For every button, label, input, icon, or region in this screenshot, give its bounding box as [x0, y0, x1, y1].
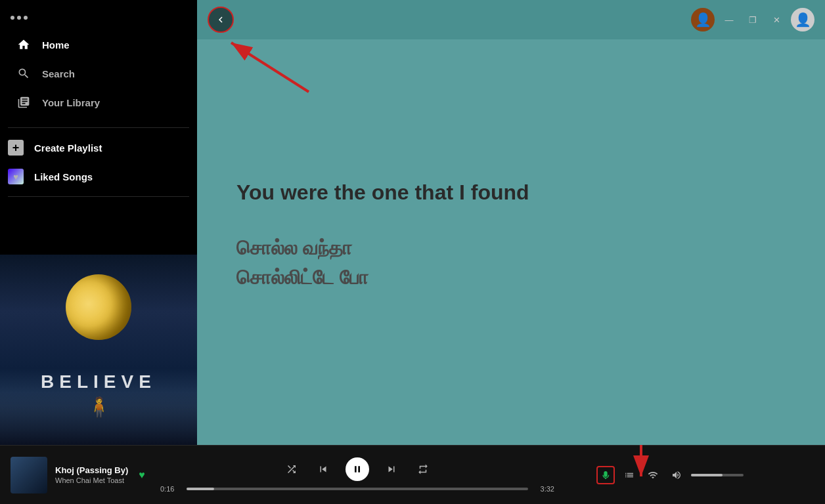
search-icon: [16, 66, 32, 81]
minimize-button[interactable]: —: [720, 10, 738, 29]
track-text: Khoj (Passing By) When Chai Met Toast: [55, 465, 128, 484]
sidebar: Home Search Your Library: [0, 0, 197, 445]
volume-fill: [691, 474, 723, 476]
heart-icon: ♥: [8, 169, 24, 184]
progress-bar[interactable]: [187, 488, 528, 490]
plus-icon: +: [8, 140, 24, 156]
sidebar-divider-2: [8, 196, 189, 197]
close-button[interactable]: ✕: [767, 10, 786, 29]
track-name: Khoj (Passing By): [55, 465, 128, 475]
liked-songs-button[interactable]: ♥ Liked Songs: [0, 162, 197, 191]
back-button[interactable]: [208, 7, 234, 33]
prev-button[interactable]: [314, 460, 332, 478]
library-label: Your Library: [42, 97, 100, 108]
sidebar-item-home[interactable]: Home: [8, 30, 189, 59]
top-bar: 👤 — ❐ ✕ 👤: [197, 0, 825, 39]
maximize-button[interactable]: ❐: [744, 10, 762, 29]
album-title: BELIEVE: [41, 371, 156, 392]
progress-fill: [187, 488, 214, 490]
window-dots: [8, 10, 189, 30]
heart-button[interactable]: ♥: [139, 469, 145, 481]
lyric-line-1: You were the one that I found: [236, 179, 786, 207]
user-avatar[interactable]: 👤: [691, 8, 715, 32]
lyrics-area: You were the one that I found சொல்ல வந்த…: [197, 0, 825, 445]
lyric-line-2: சொல்ல வந்தா சொல்லிட்டே போ: [236, 233, 786, 292]
create-playlist-button[interactable]: + Create Playlist: [0, 133, 197, 162]
time-current: 0:16: [160, 485, 180, 493]
sidebar-item-search[interactable]: Search: [8, 59, 189, 88]
track-thumbnail: [11, 457, 47, 494]
sidebar-album: BELIEVE 🧍: [0, 255, 197, 445]
volume-icon[interactable]: [667, 466, 686, 484]
create-playlist-label: Create Playlist: [34, 142, 102, 154]
lyric-tamil-1: சொல்ல வந்தா: [236, 233, 786, 262]
lyrics-button[interactable]: [596, 466, 615, 484]
shuffle-button[interactable]: [282, 460, 301, 478]
liked-songs-label: Liked Songs: [34, 171, 93, 182]
next-button[interactable]: [382, 460, 401, 478]
moon-graphic: [66, 274, 131, 340]
track-artist: When Chai Met Toast: [55, 476, 128, 484]
sidebar-item-library[interactable]: Your Library: [8, 88, 189, 117]
window-controls: 👤 — ❐ ✕ 👤: [691, 8, 814, 32]
home-icon: [16, 37, 32, 52]
repeat-button[interactable]: [414, 460, 432, 478]
player-track-info: Khoj (Passing By) When Chai Met Toast ♥: [11, 457, 155, 494]
player-controls: 0:16 3:32: [160, 457, 554, 493]
lyric-tamil-2: சொல்லிட்டே போ: [236, 262, 786, 292]
time-total: 3:32: [535, 485, 554, 493]
home-label: Home: [42, 39, 70, 51]
sidebar-divider: [8, 127, 189, 128]
control-buttons: [282, 457, 432, 481]
search-label: Search: [42, 68, 75, 79]
queue-button[interactable]: [620, 466, 638, 484]
progress-row: 0:16 3:32: [160, 485, 554, 493]
volume-bar[interactable]: [691, 474, 744, 476]
mountain-bg: [0, 392, 197, 445]
content-area: 👤 — ❐ ✕ 👤 You were the one that I found …: [197, 0, 825, 445]
devices-button[interactable]: [644, 466, 662, 484]
library-icon: [16, 94, 32, 110]
player-bar: Khoj (Passing By) When Chai Met Toast ♥: [0, 445, 825, 504]
player-right-controls: [560, 466, 744, 484]
pause-button[interactable]: [346, 457, 369, 481]
user-avatar-right[interactable]: 👤: [791, 8, 814, 32]
